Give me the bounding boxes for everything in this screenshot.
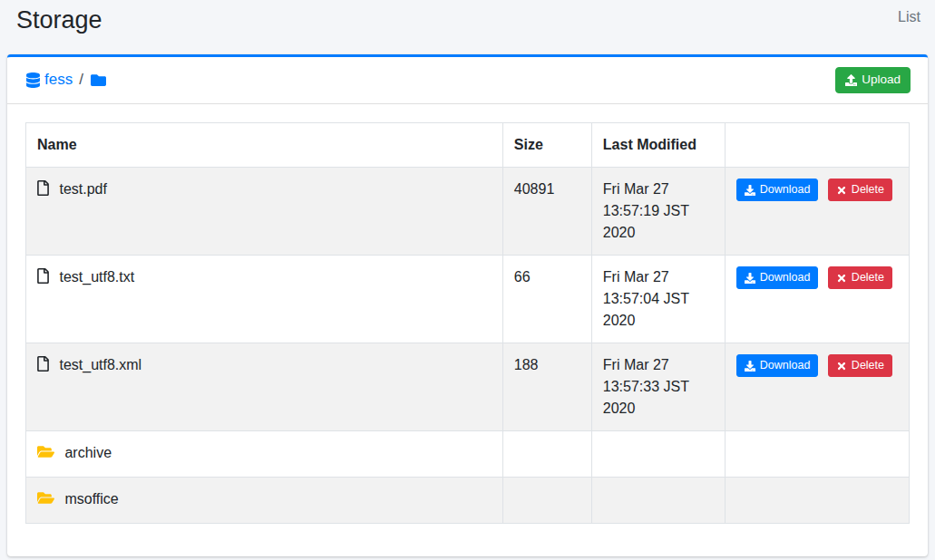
folder-icon <box>90 72 107 88</box>
database-icon <box>25 72 44 88</box>
actions-cell: Download Delete <box>725 477 909 523</box>
delete-button[interactable]: Delete <box>828 266 892 290</box>
item-name: test_utf8.xml <box>59 357 141 372</box>
size-cell <box>502 477 591 523</box>
delete-button-label: Delete <box>852 358 884 374</box>
download-icon <box>745 185 755 196</box>
column-header-name: Name <box>26 122 503 167</box>
delete-button[interactable]: Delete <box>828 179 892 202</box>
upload-button-label: Upload <box>862 72 901 89</box>
modified-cell: Fri Mar 27 13:57:04 JST 2020 <box>591 255 725 343</box>
storage-path-breadcrumb: fess / <box>25 71 107 89</box>
size-cell <box>502 430 591 477</box>
actions-cell: Download Delete <box>725 167 909 255</box>
download-button-label: Download <box>760 182 811 198</box>
file-icon <box>37 180 49 202</box>
name-cell: test_utf8.xml <box>26 343 503 430</box>
upload-button[interactable]: Upload <box>835 67 911 93</box>
actions-cell: Download Delete <box>725 255 909 343</box>
download-button-label: Download <box>760 358 811 374</box>
times-icon <box>836 273 847 284</box>
folder-open-icon <box>37 490 54 512</box>
table-row: archive Download Delete <box>26 430 910 477</box>
storage-card: fess / Upload Name Size Last Modified <box>7 54 928 556</box>
modified-cell: Fri Mar 27 13:57:33 JST 2020 <box>591 343 725 430</box>
times-icon <box>836 185 847 196</box>
modified-cell <box>591 430 725 477</box>
item-name: test.pdf <box>59 181 106 197</box>
delete-button[interactable]: Delete <box>828 354 892 378</box>
name-cell: msoffice <box>26 477 503 523</box>
download-button-label: Download <box>760 270 811 286</box>
content-header: Storage List <box>0 0 935 54</box>
size-cell: 188 <box>502 343 591 430</box>
breadcrumb-root-label: fess <box>44 71 73 89</box>
actions-cell: Download Delete <box>725 343 909 430</box>
size-cell: 40891 <box>502 167 591 255</box>
card-header: fess / Upload <box>7 57 928 104</box>
column-header-size: Size <box>502 122 591 167</box>
breadcrumb-root-link[interactable]: fess <box>25 71 73 89</box>
card-body: Name Size Last Modified test.pdf 40891 F… <box>7 104 928 556</box>
table-row: test_utf8.xml 188 Fri Mar 27 13:57:33 JS… <box>26 343 910 430</box>
download-icon <box>745 273 755 284</box>
download-icon <box>745 361 755 372</box>
modified-cell: Fri Mar 27 13:57:19 JST 2020 <box>591 167 725 255</box>
download-button[interactable]: Download <box>736 354 819 378</box>
modified-cell <box>591 477 725 523</box>
folder-open-icon <box>37 444 54 466</box>
delete-button-label: Delete <box>852 182 884 198</box>
actions-cell: Download Delete <box>725 430 909 477</box>
table-row: test.pdf 40891 Fri Mar 27 13:57:19 JST 2… <box>26 167 910 255</box>
size-cell: 66 <box>502 255 591 343</box>
column-header-modified: Last Modified <box>591 122 725 167</box>
page-title: Storage <box>16 5 102 34</box>
download-button[interactable]: Download <box>736 179 819 202</box>
item-name[interactable]: archive <box>64 445 112 460</box>
name-cell: test.pdf <box>26 167 503 255</box>
table-row: test_utf8.txt 66 Fri Mar 27 13:57:04 JST… <box>26 255 910 343</box>
storage-table: Name Size Last Modified test.pdf 40891 F… <box>25 122 910 524</box>
times-icon <box>836 361 847 372</box>
table-row: msoffice Download Delete <box>26 477 910 523</box>
breadcrumb-separator: / <box>79 71 83 89</box>
breadcrumb-list-item: List <box>898 5 920 25</box>
breadcrumb-current-folder-link[interactable] <box>90 72 107 88</box>
item-name[interactable]: msoffice <box>64 491 118 507</box>
item-name: test_utf8.txt <box>59 269 134 285</box>
download-button[interactable]: Download <box>736 266 819 290</box>
delete-button-label: Delete <box>852 270 884 286</box>
upload-icon <box>845 74 857 86</box>
file-icon <box>37 356 49 378</box>
name-cell: archive <box>26 430 503 477</box>
file-icon <box>37 268 49 290</box>
table-header-row: Name Size Last Modified <box>26 122 910 167</box>
name-cell: test_utf8.txt <box>26 255 503 343</box>
column-header-actions <box>725 122 909 167</box>
